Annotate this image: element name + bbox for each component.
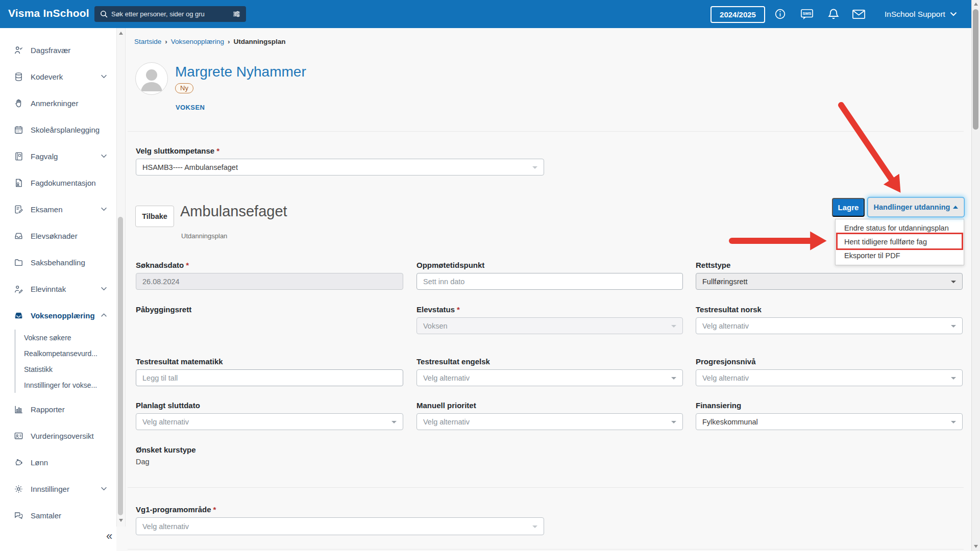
filter-sliders-icon[interactable] [232, 10, 241, 18]
sidebar-item-elevinntak[interactable]: Elevinntak [0, 276, 116, 302]
app-logo[interactable]: Visma InSchool [8, 7, 89, 19]
scroll-down-icon[interactable] [119, 519, 123, 522]
sidebar-item-innstillinger[interactable]: Innstillinger [0, 475, 116, 502]
required-mark: * [213, 505, 216, 514]
sidebar-item-fagdokumentasjon[interactable]: Fagdokumentasjon [0, 169, 116, 196]
sidebar-scrollbar[interactable] [116, 28, 126, 527]
save-button[interactable]: Lagre [832, 198, 865, 217]
sluttkompetanse-dropdown[interactable]: HSAMB3---- Ambulansefaget [136, 159, 544, 176]
chat-bubbles-icon [14, 511, 23, 520]
testresultat-matematikk-input[interactable] [142, 374, 397, 382]
page-scrollbar[interactable] [971, 0, 980, 551]
manuell-prioritet-select[interactable]: Velg alternativ [416, 413, 683, 430]
scroll-up-icon[interactable] [974, 3, 978, 6]
divider [128, 131, 964, 132]
sidebar-item-label: Anmerkninger [31, 99, 111, 108]
oppmotetidspunkt-field: Oppmøtetidspunkt [416, 261, 683, 290]
breadcrumb-current: Utdanningsplan [234, 38, 286, 45]
sms-icon[interactable]: SMS [799, 0, 815, 28]
back-button[interactable]: Tilbake [135, 206, 174, 227]
oppmotetidspunkt-input[interactable] [423, 278, 676, 286]
vg1-programomrade-select[interactable]: Velg alternativ [136, 517, 544, 535]
select-placeholder: Velg alternativ [423, 418, 470, 426]
sidebar-item-samtaler[interactable]: Samtaler [0, 502, 116, 529]
select-placeholder: Velg alternativ [702, 374, 749, 382]
sidebar-item-label: Voksenopplæring [31, 311, 101, 320]
search-input[interactable] [108, 10, 232, 18]
required-mark: * [216, 146, 219, 155]
sidebar-item-label: Rapporter [31, 405, 111, 414]
scrollbar-thumb[interactable] [118, 217, 123, 515]
field-label: Progresjonsnivå [696, 357, 963, 366]
manuell-prioritet-field: Manuell prioritet Velg alternativ [416, 401, 683, 430]
sidebar-item-label: Dagsfravær [31, 46, 111, 55]
sidebar-item-lonn[interactable]: Lønn [0, 449, 116, 475]
finansiering-select[interactable]: Fylkeskommunal [696, 413, 963, 430]
soknadsdato-input [142, 278, 397, 286]
select-placeholder: Velg alternativ [142, 522, 189, 531]
finansiering-field: Finansiering Fylkeskommunal [696, 401, 963, 430]
user-menu[interactable]: InSchool Support [885, 0, 957, 28]
soknadsdato-field: Søknadsdato* [136, 261, 403, 290]
field-label: Elevstatus* [416, 305, 683, 314]
field-label: Testresultat engelsk [416, 357, 683, 366]
sidebar-item-label: Samtaler [31, 511, 111, 520]
notifications-bell-icon[interactable] [826, 0, 841, 28]
breadcrumb-link-voksenopplaering[interactable]: Voksenopplæring [171, 38, 224, 45]
sidebar-item-skoleaarsplanlegging[interactable]: Skoleårsplanlegging [0, 116, 116, 143]
chevron-up-icon [101, 313, 107, 317]
sidebar-item-anmerkninger[interactable]: Anmerkninger [0, 90, 116, 116]
actions-button[interactable]: Handlinger utdanning [868, 197, 964, 217]
pabyggingsrett-field: Påbyggingsrett [136, 305, 403, 317]
sidebar-item-saksbehandling[interactable]: Saksbehandling [0, 249, 116, 276]
progresjonsniva-select[interactable]: Velg alternativ [696, 369, 963, 386]
sidebar-item-rapporter[interactable]: Rapporter [0, 396, 116, 422]
field-label: Oppmøtetidspunkt [416, 261, 683, 270]
breadcrumb-link-startside[interactable]: Startside [134, 38, 161, 45]
scrollbar-thumb[interactable] [973, 9, 978, 130]
chevron-down-icon [671, 421, 676, 423]
sidebar-item-vurderingsoversikt[interactable]: Vurderingsoversikt [0, 422, 116, 449]
person-check-icon [14, 45, 23, 55]
student-name: Margrete Nyhammer [175, 64, 306, 80]
planlagt-sluttdato-select[interactable]: Velg alternativ [136, 413, 403, 430]
info-icon[interactable] [773, 0, 787, 28]
sidebar-item-dagsfravaer[interactable]: Dagsfravær [0, 37, 116, 63]
select-value: Fylkeskommunal [702, 418, 758, 426]
testresultat-engelsk-select[interactable]: Velg alternativ [416, 369, 683, 386]
mail-icon[interactable] [850, 0, 867, 28]
elevstatus-select: Voksen [416, 317, 683, 334]
select-value: Fullføringsrett [702, 278, 748, 286]
sidebar-item-kodeverk[interactable]: Kodeverk [0, 63, 116, 90]
scroll-down-icon[interactable] [974, 545, 978, 548]
sidebar-subitem-realkompetansevurdering[interactable]: Realkompetansevurd... [24, 345, 116, 361]
breadcrumb-separator-icon: › [165, 38, 167, 45]
field-label: Ønsket kurstype [136, 445, 403, 455]
svg-text:SMS: SMS [803, 11, 812, 16]
sidebar-subitem-voksne-sokere[interactable]: Voksne søkere [24, 330, 116, 345]
rettstype-select[interactable]: Fullføringsrett [696, 273, 963, 290]
sidebar-item-eksamen[interactable]: Eksamen [0, 196, 116, 222]
dropdown-value: HSAMB3---- Ambulansefaget [142, 163, 238, 171]
scroll-up-icon[interactable] [119, 32, 123, 35]
breadcrumb-separator-icon: › [228, 38, 230, 45]
chevron-down-icon [532, 525, 537, 528]
top-navbar: Visma InSchool 2024/2025 SMS InSchool Su… [0, 0, 980, 28]
sidebar-item-fagvalg[interactable]: Fagvalg [0, 143, 116, 169]
document-pencil-icon [14, 205, 23, 214]
search-box[interactable] [94, 6, 246, 22]
chevron-down-icon [532, 166, 537, 169]
field-label: Påbyggingsrett [136, 305, 403, 314]
sidebar: Dagsfravær Kodeverk Anmerkninger Skoleår… [0, 28, 116, 551]
page-subtitle: Utdanningsplan [181, 232, 227, 240]
menu-item-eksporter-pdf[interactable]: Eksporter til PDF [836, 249, 964, 263]
sidebar-item-elevsoknader[interactable]: Elevsøknader [0, 222, 116, 249]
sidebar-collapse-button[interactable]: « [106, 530, 112, 543]
sidebar-subitem-innstillinger-voksne[interactable]: Innstillinger for vokse... [24, 377, 116, 393]
search-icon [100, 10, 108, 18]
chevron-down-icon [101, 487, 107, 491]
sidebar-subitem-statistikk[interactable]: Statistikk [24, 361, 116, 377]
school-year-button[interactable]: 2024/2025 [710, 6, 765, 23]
sidebar-item-voksenopplaering[interactable]: Voksenopplæring [0, 302, 116, 329]
testresultat-norsk-select[interactable]: Velg alternativ [696, 317, 963, 334]
